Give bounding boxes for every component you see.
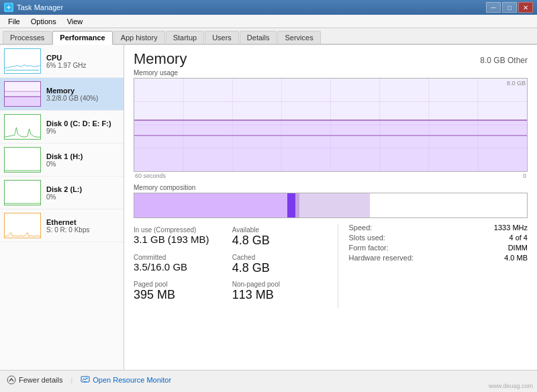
stats-left-inner: In use (Compressed) 3.1 GB (193 MB) Avai… bbox=[134, 226, 324, 308]
svg-rect-7 bbox=[5, 91, 40, 97]
non-paged-pool-value: 113 MB bbox=[232, 288, 324, 303]
svg-marker-25 bbox=[134, 120, 527, 171]
chart-scale-bottom: 60 seconds 0 bbox=[134, 172, 528, 180]
non-paged-pool-block: Non-paged pool 113 MB bbox=[232, 281, 324, 303]
disk0-thumbnail bbox=[4, 114, 41, 140]
sidebar-item-memory[interactable]: Memory 3.2/8.0 GB (40%) bbox=[0, 78, 124, 111]
fewer-details-label: Fewer details bbox=[19, 376, 62, 384]
hw-reserved-value: 4.0 MB bbox=[504, 254, 528, 262]
comp-standby bbox=[299, 193, 370, 217]
paged-pool-block: Paged pool 395 MB bbox=[134, 281, 226, 303]
committed-block: Committed 3.5/16.0 GB bbox=[134, 254, 226, 276]
memory-type: 8.0 GB Other bbox=[480, 56, 528, 65]
memory-main-title: Memory bbox=[134, 50, 187, 68]
tab-processes[interactable]: Processes bbox=[3, 31, 52, 44]
tab-details[interactable]: Details bbox=[240, 31, 277, 44]
chart-scale-left: 60 seconds bbox=[135, 173, 166, 179]
svg-rect-5 bbox=[5, 97, 40, 106]
disk2-info: Disk 2 (L:) 0% bbox=[46, 185, 119, 201]
svg-rect-12 bbox=[5, 181, 40, 205]
svg-rect-9 bbox=[5, 115, 40, 139]
slots-value: 4 of 4 bbox=[509, 234, 528, 242]
tab-app-history[interactable]: App history bbox=[113, 31, 165, 44]
cpu-sub: 6% 1.97 GHz bbox=[46, 62, 119, 69]
cpu-title: CPU bbox=[46, 54, 119, 62]
in-use-label: In use (Compressed) bbox=[134, 226, 226, 234]
tab-users[interactable]: Users bbox=[205, 31, 239, 44]
title-bar-text: Task Manager bbox=[17, 3, 63, 11]
composition-label: Memory composition bbox=[134, 184, 528, 191]
hw-reserved-row: Hardware reserved: 4.0 MB bbox=[349, 254, 528, 262]
sidebar: CPU 6% 1.97 GHz Memory 3.2/8.0 GB (40%) bbox=[0, 45, 124, 370]
sidebar-item-disk1[interactable]: Disk 1 (H:) 0% bbox=[0, 144, 124, 177]
watermark: www.deuag.com bbox=[489, 383, 533, 389]
sidebar-item-disk0[interactable]: Disk 0 (C: D: E: F:) 9% bbox=[0, 111, 124, 144]
composition-bar bbox=[134, 193, 528, 218]
resource-monitor-label: Open Resource Monitor bbox=[93, 376, 171, 384]
sidebar-item-disk2[interactable]: Disk 2 (L:) 0% bbox=[0, 177, 124, 209]
tab-performance[interactable]: Performance bbox=[52, 31, 112, 45]
ethernet-sub: S: 0 R: 0 Kbps bbox=[46, 226, 119, 234]
title-bar-controls: ─ □ ✕ bbox=[486, 2, 533, 13]
comp-compressed bbox=[287, 193, 295, 217]
svg-rect-3 bbox=[5, 49, 40, 73]
minimize-button[interactable]: ─ bbox=[486, 2, 501, 13]
in-use-block: In use (Compressed) 3.1 GB (193 MB) bbox=[134, 226, 226, 248]
usage-chart-section: Memory usage 8.0 GB bbox=[134, 69, 528, 180]
stats-grid: In use (Compressed) 3.1 GB (193 MB) Avai… bbox=[134, 224, 528, 308]
disk1-title: Disk 1 (H:) bbox=[46, 152, 119, 160]
memory-info: Memory 3.2/8.0 GB (40%) bbox=[46, 87, 119, 102]
close-button[interactable]: ✕ bbox=[518, 2, 533, 13]
maximize-button[interactable]: □ bbox=[502, 2, 517, 13]
chevron-up-icon bbox=[7, 375, 16, 385]
menu-view[interactable]: View bbox=[62, 15, 89, 28]
sidebar-item-ethernet[interactable]: Ethernet S: 0 R: 0 Kbps bbox=[0, 209, 124, 242]
disk1-info: Disk 1 (H:) 0% bbox=[46, 152, 119, 168]
cached-value: 4.8 GB bbox=[232, 261, 324, 276]
speed-value: 1333 MHz bbox=[494, 224, 528, 232]
tabs-bar: Processes Performance App history Startu… bbox=[0, 28, 537, 45]
hw-reserved-label: Hardware reserved: bbox=[349, 254, 414, 262]
stats-left: In use (Compressed) 3.1 GB (193 MB) Avai… bbox=[134, 224, 324, 308]
available-value: 4.8 GB bbox=[232, 234, 324, 248]
memory-header: Memory 8.0 GB Other bbox=[134, 50, 528, 68]
menu-file[interactable]: File bbox=[3, 15, 26, 28]
disk2-title: Disk 2 (L:) bbox=[46, 185, 119, 193]
paged-pool-label: Paged pool bbox=[134, 281, 226, 288]
form-factor-label: Form factor: bbox=[349, 244, 389, 252]
composition-section: Memory composition bbox=[134, 184, 528, 218]
tab-startup[interactable]: Startup bbox=[166, 31, 204, 44]
cached-label: Cached bbox=[232, 254, 324, 261]
disk0-sub: 9% bbox=[46, 128, 119, 135]
available-block: Available 4.8 GB bbox=[232, 226, 324, 248]
usage-chart: 8.0 GB bbox=[134, 78, 528, 172]
form-factor-row: Form factor: DIMM bbox=[349, 244, 528, 252]
resource-monitor-link[interactable]: Open Resource Monitor bbox=[81, 375, 171, 385]
speed-label: Speed: bbox=[349, 224, 373, 232]
disk0-info: Disk 0 (C: D: E: F:) 9% bbox=[46, 119, 119, 135]
bottom-bar: Fewer details | Open Resource Monitor bbox=[0, 370, 537, 389]
cpu-thumbnail bbox=[4, 48, 41, 74]
comp-in-use bbox=[134, 193, 287, 217]
cpu-info: CPU 6% 1.97 GHz bbox=[46, 54, 119, 69]
disk0-title: Disk 0 (C: D: E: F:) bbox=[46, 119, 119, 128]
chart-scale-top: 8.0 GB bbox=[507, 80, 526, 87]
ethernet-info: Ethernet S: 0 R: 0 Kbps bbox=[46, 218, 119, 234]
sidebar-item-cpu[interactable]: CPU 6% 1.97 GHz bbox=[0, 45, 124, 78]
chart-label: Memory usage bbox=[134, 69, 528, 77]
disk2-thumbnail bbox=[4, 180, 41, 205]
committed-value: 3.5/16.0 GB bbox=[134, 261, 226, 273]
chart-scale-right-bottom: 0 bbox=[523, 173, 526, 179]
menu-options[interactable]: Options bbox=[26, 15, 62, 28]
svg-point-28 bbox=[7, 376, 15, 384]
available-label: Available bbox=[232, 226, 324, 234]
speed-row: Speed: 1333 MHz bbox=[349, 224, 528, 232]
fewer-details-button[interactable]: Fewer details bbox=[7, 375, 62, 385]
title-bar: Task Manager ─ □ ✕ bbox=[0, 0, 537, 15]
app-icon bbox=[4, 3, 13, 12]
main-content: CPU 6% 1.97 GHz Memory 3.2/8.0 GB (40%) bbox=[0, 45, 537, 370]
tab-services[interactable]: Services bbox=[277, 31, 320, 44]
committed-label: Committed bbox=[134, 254, 226, 261]
title-bar-left: Task Manager bbox=[4, 3, 63, 12]
form-factor-value: DIMM bbox=[508, 244, 528, 252]
